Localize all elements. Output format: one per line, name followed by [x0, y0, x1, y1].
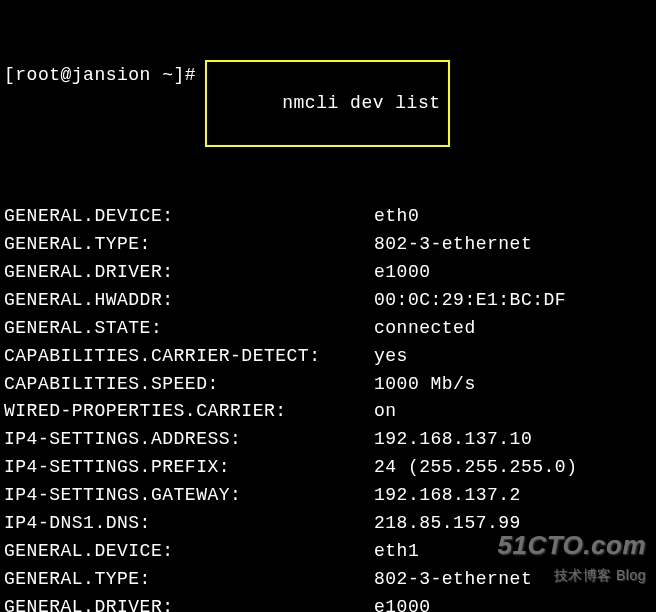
- output-value: 24 (255.255.255.0): [374, 454, 652, 482]
- prompt-line: [root@jansion ~]# nmcli dev list: [4, 60, 652, 148]
- output-value: 192.168.137.2: [374, 482, 652, 510]
- output-row: GENERAL.DEVICE:eth0: [4, 203, 652, 231]
- output-key: IP4-SETTINGS.PREFIX:: [4, 454, 374, 482]
- output-row: IP4-SETTINGS.ADDRESS:192.168.137.10: [4, 426, 652, 454]
- output-value: yes: [374, 343, 652, 371]
- output-row: WIRED-PROPERTIES.CARRIER:on: [4, 398, 652, 426]
- output-row: GENERAL.HWADDR:00:0C:29:E1:BC:DF: [4, 287, 652, 315]
- watermark: 51CTO.com 技术博客 Blog: [497, 525, 646, 587]
- output-value: 00:0C:29:E1:BC:DF: [374, 287, 652, 315]
- shell-prompt: [root@jansion ~]#: [4, 62, 196, 90]
- output-value: e1000: [374, 259, 652, 287]
- output-value: 192.168.137.10: [374, 426, 652, 454]
- watermark-small: 技术博客 Blog: [497, 565, 646, 587]
- output-key: WIRED-PROPERTIES.CARRIER:: [4, 398, 374, 426]
- output-key: GENERAL.DRIVER:: [4, 594, 374, 612]
- output-row: GENERAL.DRIVER:e1000: [4, 259, 652, 287]
- output-value: connected: [374, 315, 652, 343]
- output-key: GENERAL.HWADDR:: [4, 287, 374, 315]
- output-row: IP4-SETTINGS.GATEWAY:192.168.137.2: [4, 482, 652, 510]
- output-key: GENERAL.DRIVER:: [4, 259, 374, 287]
- watermark-big: 51CTO.com: [497, 525, 646, 565]
- output-key: IP4-SETTINGS.GATEWAY:: [4, 482, 374, 510]
- output-row: CAPABILITIES.CARRIER-DETECT:yes: [4, 343, 652, 371]
- output-row: IP4-SETTINGS.PREFIX:24 (255.255.255.0): [4, 454, 652, 482]
- output-value: eth0: [374, 203, 652, 231]
- output-key: CAPABILITIES.SPEED:: [4, 371, 374, 399]
- output-row: CAPABILITIES.SPEED:1000 Mb/s: [4, 371, 652, 399]
- output-key: IP4-DNS1.DNS:: [4, 510, 374, 538]
- output-value: 802-3-ethernet: [374, 231, 652, 259]
- output-key: IP4-SETTINGS.ADDRESS:: [4, 426, 374, 454]
- output-value: 1000 Mb/s: [374, 371, 652, 399]
- output-row: GENERAL.STATE:connected: [4, 315, 652, 343]
- output-value: on: [374, 398, 652, 426]
- output-key: GENERAL.TYPE:: [4, 231, 374, 259]
- output-row: GENERAL.DRIVER:e1000: [4, 594, 652, 612]
- output-key: GENERAL.DEVICE:: [4, 203, 374, 231]
- output-key: GENERAL.DEVICE:: [4, 538, 374, 566]
- output-value: e1000: [374, 594, 652, 612]
- output-row: GENERAL.TYPE:802-3-ethernet: [4, 231, 652, 259]
- command-highlight: nmcli dev list: [205, 60, 449, 148]
- command-text: nmcli dev list: [277, 93, 445, 113]
- output-key: CAPABILITIES.CARRIER-DETECT:: [4, 343, 374, 371]
- output-key: GENERAL.STATE:: [4, 315, 374, 343]
- terminal-output[interactable]: [root@jansion ~]# nmcli dev list GENERAL…: [4, 4, 652, 612]
- output-key: GENERAL.TYPE:: [4, 566, 374, 594]
